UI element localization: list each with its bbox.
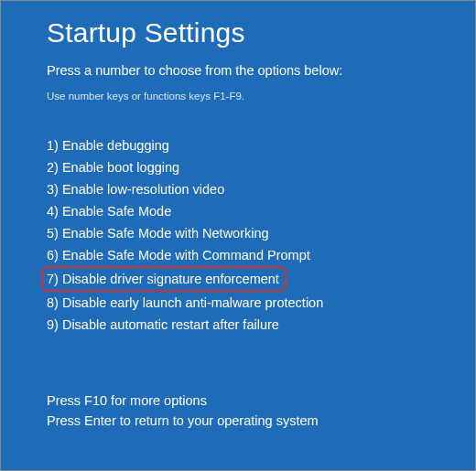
option-number: 6) [47, 245, 62, 265]
option-4[interactable]: 4) Enable Safe Mode [47, 200, 429, 222]
startup-settings-screen: Startup Settings Press a number to choos… [1, 1, 475, 431]
key-hint-text: Use number keys or functions keys F1-F9. [47, 91, 429, 102]
option-label: Enable Safe Mode with Command Prompt [62, 245, 310, 265]
option-7[interactable]: 7) Disable driver signature enforcement [41, 266, 287, 292]
option-3[interactable]: 3) Enable low-resolution video [47, 178, 429, 200]
option-number: 9) [47, 315, 62, 335]
option-label: Disable early launch anti-malware protec… [62, 293, 323, 313]
option-label: Enable boot logging [62, 157, 179, 177]
option-label: Disable driver signature enforcement [62, 269, 279, 289]
option-number: 4) [47, 201, 62, 221]
options-list: 1) Enable debugging 2) Enable boot loggi… [47, 134, 429, 336]
option-label: Disable automatic restart after failure [62, 315, 279, 335]
page-title: Startup Settings [47, 17, 429, 48]
option-label: Enable low-resolution video [62, 179, 224, 199]
option-label: Enable Safe Mode [62, 201, 171, 221]
option-2[interactable]: 2) Enable boot logging [47, 156, 429, 178]
more-options-text: Press F10 for more options [47, 391, 429, 411]
option-number: 5) [47, 223, 62, 243]
option-number: 7) [47, 269, 62, 289]
option-number: 3) [47, 179, 62, 199]
option-number: 1) [47, 135, 62, 155]
option-8[interactable]: 8) Disable early launch anti-malware pro… [47, 292, 429, 314]
return-text: Press Enter to return to your operating … [47, 411, 429, 431]
option-9[interactable]: 9) Disable automatic restart after failu… [47, 314, 429, 336]
instruction-text: Press a number to choose from the option… [47, 63, 429, 78]
footer-instructions: Press F10 for more options Press Enter t… [47, 391, 429, 431]
option-number: 2) [47, 157, 62, 177]
option-5[interactable]: 5) Enable Safe Mode with Networking [47, 222, 429, 244]
option-1[interactable]: 1) Enable debugging [47, 134, 429, 156]
option-number: 8) [47, 293, 62, 313]
option-label: Enable Safe Mode with Networking [62, 223, 269, 243]
option-6[interactable]: 6) Enable Safe Mode with Command Prompt [47, 244, 429, 266]
option-label: Enable debugging [62, 135, 169, 155]
